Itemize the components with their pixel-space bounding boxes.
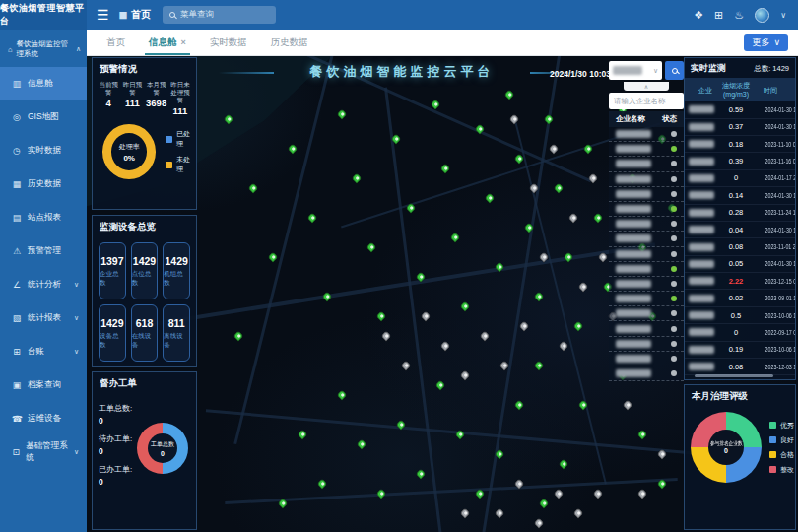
map-pin[interactable] <box>233 330 243 341</box>
company-select[interactable]: ∨ <box>609 61 662 80</box>
tab-历史数据[interactable]: 历史数据 <box>259 30 320 55</box>
list-item[interactable] <box>609 292 684 306</box>
map-pin[interactable] <box>439 163 450 173</box>
list-item[interactable] <box>609 262 684 277</box>
map-pin[interactable] <box>247 182 258 193</box>
list-item[interactable] <box>609 277 684 292</box>
map-pin[interactable] <box>375 310 386 321</box>
sidebar-item-信息舱[interactable]: ▥信息舱 <box>0 67 87 100</box>
map-pin[interactable] <box>375 488 386 499</box>
device-card-企业总数[interactable]: 1397企业总数 <box>99 242 126 299</box>
list-item[interactable] <box>609 172 684 187</box>
theme-skin-icon[interactable]: ❖ <box>694 9 703 22</box>
map-pin[interactable] <box>563 251 573 262</box>
sidebar-group-header[interactable]: ⌂ 餐饮油烟监控管理系统 ∧ <box>0 30 87 67</box>
map-pin[interactable] <box>434 379 445 390</box>
sidebar-item-预警管理[interactable]: ⚠预警管理 <box>0 234 87 268</box>
map-pin[interactable] <box>503 89 514 100</box>
device-card-点位总数[interactable]: 1429点位总数 <box>131 242 159 299</box>
list-item[interactable] <box>609 127 684 142</box>
map-pin[interactable] <box>415 468 426 479</box>
map-pin[interactable] <box>553 488 564 499</box>
sidebar-item-GIS地图[interactable]: ◎GIS地图 <box>0 100 87 134</box>
table-row[interactable]: 0.372024-01-30 10:03:00 <box>685 119 795 136</box>
list-item[interactable] <box>609 247 684 262</box>
map-pin[interactable] <box>592 488 603 499</box>
list-item[interactable] <box>609 352 684 366</box>
tab-首页[interactable]: 首页 <box>95 30 137 55</box>
device-card-离线设备[interactable]: 811离线设备 <box>163 304 190 362</box>
collapse-handle[interactable]: ∧ <box>624 82 669 91</box>
map-pin[interactable] <box>321 291 332 301</box>
map-pin[interactable] <box>577 281 588 292</box>
list-item[interactable] <box>609 321 684 336</box>
map-pin[interactable] <box>538 498 549 508</box>
sidebar-item-台账[interactable]: ⊞台账∨ <box>0 335 87 368</box>
map-pin[interactable] <box>558 340 568 351</box>
menu-search-input[interactable]: 菜单查询 <box>163 6 276 24</box>
map-pin[interactable] <box>513 399 524 410</box>
close-icon[interactable]: × <box>181 37 186 47</box>
table-row[interactable]: 0.282023-11-24 13:00:00 <box>685 205 795 222</box>
hamburger-menu-icon[interactable]: ☰ <box>97 7 109 23</box>
map-pin[interactable] <box>636 429 647 439</box>
map-pin[interactable] <box>484 192 495 203</box>
tab-实时数据[interactable]: 实时数据 <box>198 30 259 55</box>
more-button[interactable]: 更多 ∨ <box>744 34 788 51</box>
map-pin[interactable] <box>494 507 504 518</box>
map-pin[interactable] <box>592 212 603 223</box>
map-pin[interactable] <box>449 232 460 242</box>
device-card-设备总数[interactable]: 1429设备总数 <box>99 304 126 362</box>
apps-grid-icon[interactable]: ⊞ <box>714 9 723 22</box>
list-item[interactable] <box>609 202 684 217</box>
table-row[interactable]: 0.042024-01-30 10:03:00 <box>685 222 795 238</box>
map-pin[interactable] <box>306 212 317 223</box>
map-pin[interactable] <box>297 429 307 439</box>
map-pin[interactable] <box>336 389 347 400</box>
map-pin[interactable] <box>636 488 647 499</box>
table-row[interactable]: 0.392023-11-16 08:04:00 <box>685 153 795 169</box>
map-pin[interactable] <box>420 310 431 321</box>
sidebar-item-运维设备[interactable]: ☎运维设备 <box>0 402 87 435</box>
sidebar-item-历史数据[interactable]: ▦历史数据 <box>0 167 87 201</box>
map-pin[interactable] <box>572 507 583 518</box>
company-name-input[interactable]: 请输入企业名称 <box>609 93 684 109</box>
map-pin[interactable] <box>400 360 411 370</box>
sidebar-item-实时数据[interactable]: ◷实时数据 <box>0 134 87 167</box>
device-card-在线设备[interactable]: 618在线设备 <box>131 304 159 362</box>
tab-信息舱[interactable]: 信息舱× <box>137 30 198 55</box>
chevron-down-icon[interactable]: ∨ <box>780 11 786 20</box>
sidebar-item-统计报表[interactable]: ▧统计报表∨ <box>0 301 87 335</box>
list-item[interactable] <box>609 232 684 246</box>
horizontal-scrollbar[interactable] <box>695 374 773 377</box>
table-row[interactable]: 0.52023-10-06 16:44:00 <box>685 307 795 324</box>
table-row[interactable]: 0.022023-09-01 17:39:00 <box>685 290 795 306</box>
map-pin[interactable] <box>356 438 366 449</box>
sidebar-item-基础管理系统[interactable]: ⊡基础管理系统∨ <box>0 435 87 469</box>
map-pin[interactable] <box>518 320 529 331</box>
map-pin[interactable] <box>622 399 632 410</box>
map-pin[interactable] <box>479 330 490 341</box>
map-pin[interactable] <box>533 291 544 301</box>
list-item[interactable] <box>609 366 684 381</box>
table-row[interactable]: 02024-01-17 22:53:00 <box>685 170 795 187</box>
map-pin[interactable] <box>548 143 559 154</box>
list-item[interactable] <box>609 142 684 157</box>
company-search-button[interactable] <box>665 61 684 80</box>
map-pin[interactable] <box>336 108 347 119</box>
map-pin[interactable] <box>558 458 568 469</box>
user-avatar[interactable] <box>755 8 769 23</box>
map-pin[interactable] <box>366 241 376 252</box>
list-item[interactable] <box>609 217 684 232</box>
map-pin[interactable] <box>351 172 362 183</box>
table-row[interactable]: 0.142024-01-30 10:03:00 <box>685 187 795 204</box>
list-item[interactable] <box>609 187 684 202</box>
list-item[interactable] <box>609 306 684 321</box>
home-shortcut[interactable]: ▦ 首页 <box>119 8 152 22</box>
map-pin[interactable] <box>533 360 544 370</box>
notification-icon[interactable]: ♨ <box>734 9 744 22</box>
map-pin[interactable] <box>553 182 564 193</box>
table-row[interactable]: 02022-09-17 01:34:00 <box>685 324 795 341</box>
map-pin[interactable] <box>543 113 554 124</box>
device-card-机组总数[interactable]: 1429机组总数 <box>163 242 190 299</box>
